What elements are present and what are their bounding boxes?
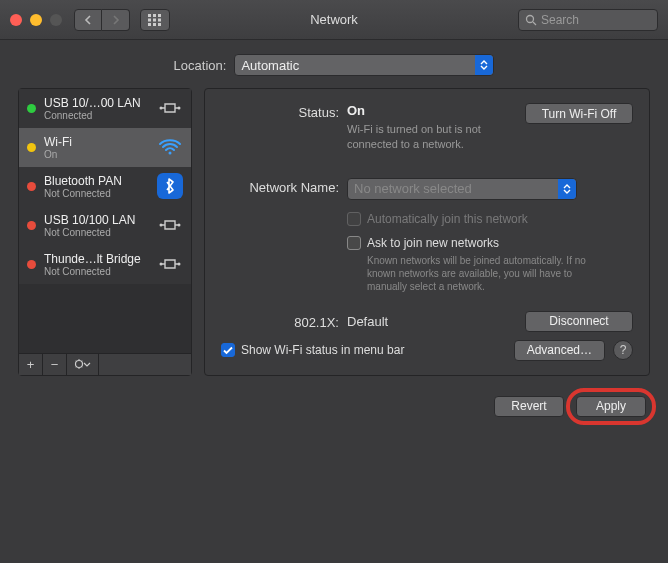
detail-panel: Status: On Wi-Fi is turned on but is not… xyxy=(204,88,650,376)
wifi-icon xyxy=(157,134,183,160)
turn-wifi-off-button[interactable]: Turn Wi-Fi Off xyxy=(525,103,633,124)
ethernet-icon xyxy=(157,251,183,277)
svg-rect-8 xyxy=(158,23,161,26)
interface-list: USB 10/…00 LANConnected Wi-FiOn Bluetoot… xyxy=(19,89,191,353)
show-wifi-status-checkbox[interactable]: Show Wi-Fi status in menu bar xyxy=(221,343,404,357)
add-interface-button[interactable]: + xyxy=(19,354,43,375)
network-name-select[interactable]: No network selected xyxy=(347,178,577,200)
svg-line-10 xyxy=(533,22,536,25)
nav-back-forward xyxy=(74,9,130,31)
interface-actions-menu[interactable] xyxy=(67,354,99,375)
chevron-updown-icon xyxy=(558,179,576,199)
ethernet-icon xyxy=(157,95,183,121)
svg-point-15 xyxy=(178,224,181,227)
dot1x-label: 802.1X: xyxy=(221,313,347,330)
checkbox-icon xyxy=(347,236,361,250)
remove-interface-button[interactable]: − xyxy=(43,354,67,375)
location-value: Automatic xyxy=(241,58,299,73)
svg-point-17 xyxy=(178,263,181,266)
chevron-updown-icon xyxy=(475,55,493,75)
search-icon xyxy=(525,14,537,26)
interfaces-sidebar: USB 10/…00 LANConnected Wi-FiOn Bluetoot… xyxy=(18,88,192,376)
window-title: Network xyxy=(310,12,358,27)
status-dot-icon xyxy=(27,182,36,191)
svg-rect-1 xyxy=(153,14,156,17)
zoom-window-button[interactable] xyxy=(50,14,62,26)
svg-point-12 xyxy=(178,107,181,110)
interface-thunderbolt-bridge[interactable]: Thunde…lt BridgeNot Connected xyxy=(19,245,191,284)
status-dot-icon xyxy=(27,260,36,269)
close-window-button[interactable] xyxy=(10,14,22,26)
svg-point-16 xyxy=(160,263,163,266)
svg-rect-5 xyxy=(158,18,161,21)
svg-rect-3 xyxy=(148,18,151,21)
apply-button[interactable]: Apply xyxy=(576,396,646,417)
status-label: Status: xyxy=(221,103,347,120)
back-button[interactable] xyxy=(74,9,102,31)
help-button[interactable]: ? xyxy=(613,340,633,360)
svg-rect-0 xyxy=(148,14,151,17)
disconnect-button[interactable]: Disconnect xyxy=(525,311,633,332)
checkbox-icon xyxy=(221,343,235,357)
svg-point-18 xyxy=(75,361,82,368)
search-placeholder: Search xyxy=(541,13,579,27)
search-field[interactable]: Search xyxy=(518,9,658,31)
minimize-window-button[interactable] xyxy=(30,14,42,26)
svg-point-9 xyxy=(527,15,534,22)
svg-rect-6 xyxy=(148,23,151,26)
location-select[interactable]: Automatic xyxy=(234,54,494,76)
network-name-label: Network Name: xyxy=(221,178,347,195)
status-value: On xyxy=(347,103,515,118)
svg-point-13 xyxy=(169,152,172,155)
svg-point-11 xyxy=(160,107,163,110)
advanced-button[interactable]: Advanced… xyxy=(514,340,605,361)
interface-usb-lan-0[interactable]: USB 10/…00 LANConnected xyxy=(19,89,191,128)
status-dot-icon xyxy=(27,143,36,152)
interface-wifi[interactable]: Wi-FiOn xyxy=(19,128,191,167)
svg-rect-7 xyxy=(153,23,156,26)
bluetooth-icon xyxy=(157,173,183,199)
location-label: Location: xyxy=(174,58,227,73)
ethernet-icon xyxy=(157,212,183,238)
show-all-button[interactable] xyxy=(140,9,170,31)
window-traffic-lights xyxy=(10,14,62,26)
network-name-placeholder: No network selected xyxy=(354,181,472,196)
svg-point-14 xyxy=(160,224,163,227)
ask-join-checkbox[interactable]: Ask to join new networks xyxy=(347,236,633,250)
ask-join-description: Known networks will be joined automatica… xyxy=(367,254,607,293)
dot1x-value: Default xyxy=(347,314,388,329)
forward-button[interactable] xyxy=(102,9,130,31)
dialog-actions: Revert Apply xyxy=(0,390,668,417)
checkbox-icon xyxy=(347,212,361,226)
interface-bluetooth-pan[interactable]: Bluetooth PANNot Connected xyxy=(19,167,191,206)
status-dot-icon xyxy=(27,104,36,113)
revert-button[interactable]: Revert xyxy=(494,396,564,417)
status-description: Wi-Fi is turned on but is not connected … xyxy=(347,122,515,152)
svg-rect-2 xyxy=(158,14,161,17)
location-row: Location: Automatic xyxy=(0,40,668,88)
auto-join-checkbox[interactable]: Automatically join this network xyxy=(347,212,633,226)
svg-rect-4 xyxy=(153,18,156,21)
interface-usb-lan-1[interactable]: USB 10/100 LANNot Connected xyxy=(19,206,191,245)
titlebar: Network Search xyxy=(0,0,668,40)
sidebar-footer: + − xyxy=(19,353,191,375)
status-dot-icon xyxy=(27,221,36,230)
